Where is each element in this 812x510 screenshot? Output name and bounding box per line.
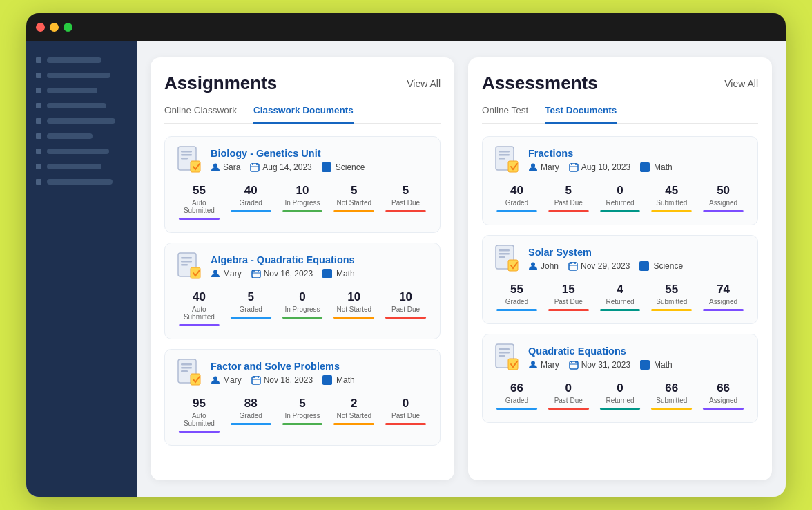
assess-stat-bar3-1 <box>496 408 537 410</box>
minimize-button[interactable] <box>50 23 59 32</box>
assess-meta-teacher-2: John <box>528 261 559 271</box>
assess-meta-subject-1: Math <box>640 162 673 172</box>
sidebar-item-1[interactable] <box>36 57 127 63</box>
assess-stat3-1: 66 Graded <box>494 377 540 413</box>
main-content: Assignments View All Online Classwork Cl… <box>137 41 786 497</box>
assess-card-info-3: Quadratic Equations Mary Nov 31, 2023 <box>528 346 673 370</box>
card-meta-1: Sara Aug 14, 2023 Science <box>211 162 365 172</box>
assess-stat-bar3-3 <box>600 408 641 410</box>
sidebar-item-7[interactable] <box>36 149 127 154</box>
subject-name-1: Science <box>336 162 365 172</box>
tab-online-test[interactable]: Online Test <box>482 105 528 124</box>
assess-stat3-4: 66 Submitted <box>648 377 695 413</box>
assignments-title: Assignments <box>164 73 277 94</box>
card-title-2[interactable]: Algebra - Quadratic Equations <box>211 254 355 265</box>
assess-stat-bar3-5 <box>703 408 744 410</box>
user-icon <box>211 269 220 278</box>
browser-body: Assignments View All Online Classwork Cl… <box>26 41 786 497</box>
stat-auto-submitted-1: 55 Auto Submitted <box>176 180 222 223</box>
maximize-button[interactable] <box>64 23 72 32</box>
assess-card-info-2: Solar System John Nov 29, 2023 <box>528 247 683 271</box>
tab-test-documents[interactable]: Test Documents <box>545 105 617 124</box>
sidebar-item-2[interactable] <box>36 73 127 78</box>
subject-icon-2 <box>322 269 332 278</box>
sidebar-item-5[interactable] <box>36 118 127 124</box>
sidebar-dot <box>36 133 41 139</box>
sidebar-label <box>47 103 106 108</box>
svg-rect-42 <box>499 253 510 255</box>
stat-pastdue-3: 0 Past Due <box>383 393 429 435</box>
assess-card-header-3: Quadratic Equations Mary Nov 31, 2023 <box>494 344 746 370</box>
sidebar-item-9[interactable] <box>36 179 127 185</box>
stats-row-2: 40 Auto Submitted 5 Graded 0 In Progress <box>176 286 429 329</box>
stat-notstarted-3: 2 Not Started <box>331 393 377 435</box>
svg-rect-51 <box>499 348 510 350</box>
svg-rect-32 <box>499 154 510 156</box>
assessment-card-2: Solar System John Nov 29, 2023 <box>482 235 758 324</box>
card-title-1[interactable]: Biology - Genetics Unit <box>211 148 365 159</box>
assess-doc-icon-3 <box>494 344 520 370</box>
close-button[interactable] <box>36 23 45 32</box>
assess-card-info-1: Fractions Mary Aug 10, 2023 <box>528 148 673 172</box>
assignments-view-all[interactable]: View All <box>407 78 441 89</box>
assess-stat-bar-4 <box>651 210 692 212</box>
meta-date-3: Nov 18, 2023 <box>251 375 313 385</box>
assess-meta-subject-2: Science <box>639 261 683 271</box>
assess-subject-name-3: Math <box>654 360 673 370</box>
sidebar-label <box>47 88 97 93</box>
sidebar <box>26 41 137 497</box>
stat-bar-3 <box>282 210 323 212</box>
assess-meta-teacher-1: Mary <box>528 162 559 172</box>
assess-stat-3: 0 Returned <box>597 180 644 215</box>
assignments-tabs: Online Classwork Classwork Documents <box>164 105 441 124</box>
stat-bar-2 <box>231 210 271 212</box>
card-header-3: Factor and Solve Problems Mary Nov 18, 2… <box>176 359 429 386</box>
sidebar-dot <box>36 88 41 93</box>
browser-window: Assignments View All Online Classwork Cl… <box>26 13 786 497</box>
stat-bar-15 <box>385 423 426 425</box>
svg-rect-53 <box>499 355 505 357</box>
sidebar-dot <box>36 57 41 63</box>
meta-date-1: Aug 14, 2023 <box>250 162 311 172</box>
subject-name-2: Math <box>336 269 355 278</box>
stat-bar-5 <box>385 210 426 212</box>
svg-rect-13 <box>181 264 188 266</box>
sidebar-item-8[interactable] <box>36 164 127 169</box>
assess-subject-icon-2 <box>639 261 649 271</box>
calendar-icon <box>569 162 579 172</box>
svg-rect-11 <box>181 257 192 259</box>
assess-card-title-2[interactable]: Solar System <box>528 247 683 258</box>
svg-point-25 <box>213 376 218 380</box>
svg-rect-46 <box>569 263 577 270</box>
card-title-3[interactable]: Factor and Solve Problems <box>211 361 355 372</box>
stat-graded-3: 88 Graded <box>228 393 274 435</box>
svg-rect-3 <box>181 158 188 160</box>
sidebar-dot <box>36 149 41 154</box>
assignment-card-1: Biology - Genetics Unit Sara Aug 14, 202… <box>164 136 441 233</box>
assess-stats-row-3: 66 Graded 0 Past Due 0 Returned <box>494 377 746 413</box>
stat-bar-4 <box>334 210 374 212</box>
calendar-icon <box>251 269 261 278</box>
tab-online-classwork[interactable]: Online Classwork <box>164 105 237 124</box>
card-info-1: Biology - Genetics Unit Sara Aug 14, 202… <box>211 148 365 172</box>
sidebar-label <box>47 179 113 185</box>
assess-subject-name-2: Science <box>653 261 683 271</box>
sidebar-item-3[interactable] <box>36 88 127 93</box>
stat-auto-submitted-3: 95 Auto Submitted <box>176 393 222 435</box>
assess-stat3-2: 0 Past Due <box>545 377 592 413</box>
assess-stat2-2: 15 Past Due <box>545 278 592 314</box>
assess-card-title-1[interactable]: Fractions <box>528 148 673 159</box>
stat-bar-8 <box>282 317 323 319</box>
sidebar-label <box>47 164 102 169</box>
stat-auto-submitted-2: 40 Auto Submitted <box>176 286 222 329</box>
sidebar-item-6[interactable] <box>36 133 127 139</box>
assessments-view-all[interactable]: View All <box>724 78 758 89</box>
sidebar-dot <box>36 164 41 169</box>
tab-classwork-documents[interactable]: Classwork Documents <box>253 105 354 124</box>
assess-stat2-1: 55 Graded <box>494 278 540 314</box>
user-icon <box>211 162 220 172</box>
sidebar-item-4[interactable] <box>36 103 127 108</box>
assess-card-date-1: Aug 10, 2023 <box>581 162 630 172</box>
assess-card-title-3[interactable]: Quadratic Equations <box>528 346 673 357</box>
svg-rect-21 <box>181 363 192 366</box>
